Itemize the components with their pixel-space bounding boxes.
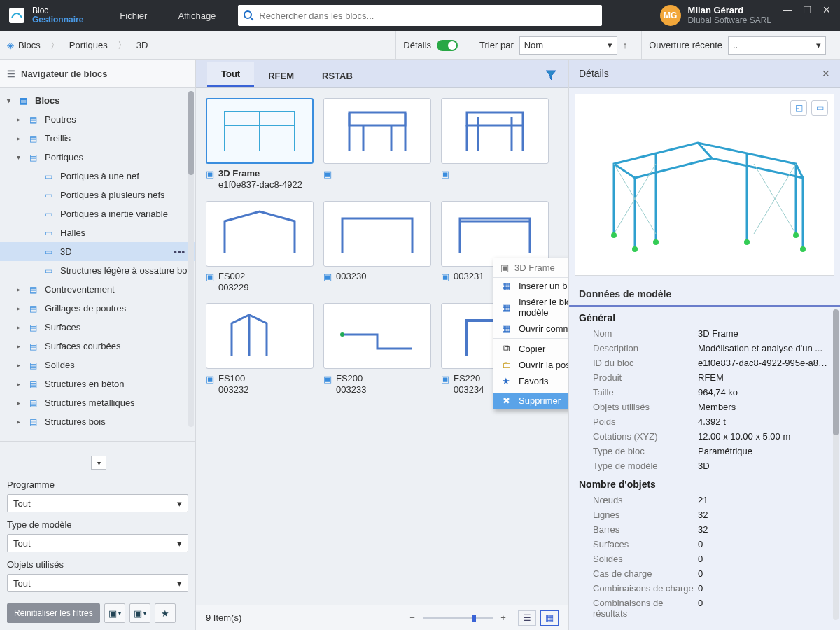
tree-root[interactable]: ▾▤Blocs — [0, 91, 195, 110]
ctx-insert-block[interactable]: ▦Insérer un bloc — [493, 278, 568, 294]
block-action-1[interactable]: ▣▾ — [104, 603, 125, 623]
tree-curved[interactable]: ▸▤Surfaces courbées — [0, 337, 195, 356]
more-icon[interactable]: ••• — [174, 246, 186, 257]
breadcrumb: ◈ Blocs 〉 Portiques 〉 3D — [7, 39, 148, 52]
menu-file[interactable]: Fichier — [104, 0, 162, 31]
group-icon: ▤ — [29, 134, 41, 144]
details-key: Solides — [593, 554, 698, 564]
ctx-favorites[interactable]: ★Favoris — [493, 373, 568, 389]
search-input[interactable] — [259, 10, 602, 21]
filter-program-select[interactable]: Tout▾ — [7, 494, 188, 512]
expand-icon[interactable]: ▸ — [17, 286, 25, 293]
group-icon: ▤ — [29, 379, 41, 389]
view-grid-button[interactable]: ▦ — [540, 610, 559, 626]
recent-select[interactable]: .. ▾ — [728, 36, 826, 55]
zoom-in-icon[interactable]: + — [498, 612, 508, 623]
tree-timber[interactable]: ▸▤Structures bois — [0, 412, 195, 431]
favorite-button[interactable]: ★ — [155, 603, 176, 623]
block-card[interactable]: ▣ — [441, 98, 549, 191]
expand-icon[interactable]: ▸ — [17, 342, 25, 350]
ctx-open-location[interactable]: 🗀Ouvrir la position du fichier — [493, 357, 568, 373]
close-icon[interactable]: ✕ — [818, 4, 836, 15]
tree-grillage[interactable]: ▸▤Grillages de poutres — [0, 299, 195, 318]
reset-filters-button[interactable]: Réinitialiser les filtres — [7, 603, 100, 623]
details-row: Solides0 — [569, 552, 840, 566]
block-action-2[interactable]: ▣▾ — [130, 603, 150, 623]
tab-all[interactable]: Tout — [207, 62, 254, 87]
tree-frames-light[interactable]: ▭Structures légère à ossature bois — [0, 261, 195, 280]
svg-point-33 — [632, 246, 638, 252]
funnel-icon[interactable] — [545, 69, 557, 87]
card-sub: 003230 — [336, 271, 366, 282]
maximize-icon[interactable]: ☐ — [798, 4, 816, 15]
iso-view-icon[interactable]: ◰ — [790, 100, 807, 115]
tab-rstab[interactable]: RSTAB — [308, 64, 367, 87]
tab-rfem[interactable]: RFEM — [254, 64, 308, 87]
zoom-knob[interactable] — [472, 615, 476, 622]
minimize-icon[interactable]: — — [778, 4, 797, 15]
crumb-root[interactable]: Blocs — [18, 40, 41, 50]
block-card[interactable]: ▣ — [323, 98, 431, 191]
tree-frames-halls[interactable]: ▭Halles — [0, 223, 195, 242]
tree-frames-multi[interactable]: ▭Portiques à plusieurs nefs — [0, 186, 195, 204]
details-value: 0 — [698, 568, 830, 579]
tree-frames-var[interactable]: ▭Portiques à inertie variable — [0, 204, 195, 223]
block-card[interactable]: ▣FS100003232 — [206, 303, 314, 396]
zoom-out-icon[interactable]: − — [407, 612, 417, 623]
sort-direction-button[interactable]: ↑ — [623, 40, 628, 50]
details-scroll: Général Nom3D FrameDescriptionModélisati… — [569, 307, 840, 630]
user-account[interactable]: MG Milan Gérard Dlubal Software SARL — [660, 5, 771, 26]
tree-surfaces[interactable]: ▸▤Surfaces — [0, 318, 195, 337]
crumb-mid[interactable]: Portiques — [69, 40, 108, 50]
zoom-track[interactable] — [423, 617, 493, 619]
expand-icon[interactable]: ▸ — [17, 399, 25, 407]
collapse-icon[interactable]: ▾ — [7, 97, 15, 104]
tree-steel[interactable]: ▸▤Structures métalliques — [0, 393, 195, 412]
expand-icon[interactable]: ▸ — [17, 418, 25, 426]
scrollbar-thumb[interactable] — [188, 91, 194, 175]
brand-line2: Gestionnaire — [32, 15, 83, 24]
image-icon[interactable]: ▭ — [811, 100, 828, 115]
tree-beams[interactable]: ▸▤Poutres — [0, 110, 195, 129]
card-name: FS002 — [218, 271, 248, 282]
block-card[interactable]: ▣FS002003229 — [206, 201, 314, 294]
filter-usedobj-select[interactable]: Tout▾ — [7, 574, 188, 592]
ctx-insert-new-model[interactable]: ▦Insérer le bloc dans un nouveau modèle — [493, 294, 568, 321]
tree-solids[interactable]: ▸▤Solides — [0, 356, 195, 374]
group-icon: ▤ — [29, 360, 41, 370]
crumb-leaf[interactable]: 3D — [136, 40, 148, 50]
filter-modeltype-select[interactable]: Tout▾ — [7, 534, 188, 552]
expand-icon[interactable]: ▸ — [17, 361, 25, 369]
user-info: Milan Gérard Dlubal Software SARL — [688, 6, 771, 26]
ctx-copy[interactable]: ⧉Copier — [493, 340, 568, 357]
ctx-open-as-model[interactable]: ▦Ouvrir comme modèle — [493, 321, 568, 337]
block-card[interactable]: ▣FS200003233 — [323, 303, 431, 396]
expand-icon[interactable]: ▸ — [17, 304, 25, 312]
details-key: Combinaisons de charge — [593, 583, 698, 594]
card-name: FS100 — [218, 373, 248, 384]
collapse-icon[interactable]: ▾ — [17, 153, 25, 161]
tree-bracing[interactable]: ▸▤Contreventement — [0, 280, 195, 299]
details-toggle[interactable] — [437, 40, 458, 51]
view-list-button[interactable]: ☰ — [518, 610, 536, 626]
collapse-filters-icon[interactable]: ▾ — [91, 456, 106, 470]
block-card[interactable]: ▣003230 — [323, 201, 431, 294]
tree-trusses[interactable]: ▸▤Treillis — [0, 129, 195, 148]
menu-view[interactable]: Affichage — [162, 0, 231, 31]
scrollbar-thumb[interactable] — [833, 309, 839, 435]
tree-frames[interactable]: ▾▤Portiques — [0, 148, 195, 167]
tree-frames-single[interactable]: ▭Portiques à une nef — [0, 167, 195, 186]
expand-icon[interactable]: ▸ — [17, 323, 25, 331]
expand-icon[interactable]: ▸ — [17, 115, 25, 123]
sort-select[interactable]: Nom ▾ — [519, 36, 617, 55]
block-card[interactable]: ▣3D Framee1f0e837-dac8-4922 — [206, 98, 314, 191]
expand-icon[interactable]: ▸ — [17, 134, 25, 142]
ctx-delete[interactable]: ✖Supprimer — [493, 393, 568, 409]
search-box[interactable] — [238, 5, 602, 26]
zoom-slider[interactable]: − + — [407, 612, 508, 623]
tree-concrete[interactable]: ▸▤Structures en béton — [0, 374, 195, 393]
expand-icon[interactable]: ▸ — [17, 380, 25, 388]
status-bar: 9 Item(s) − + ☰ ▦ — [196, 605, 568, 630]
tree-frames-3d[interactable]: ▭3D••• — [0, 242, 195, 261]
close-panel-button[interactable]: ✕ — [822, 68, 830, 79]
